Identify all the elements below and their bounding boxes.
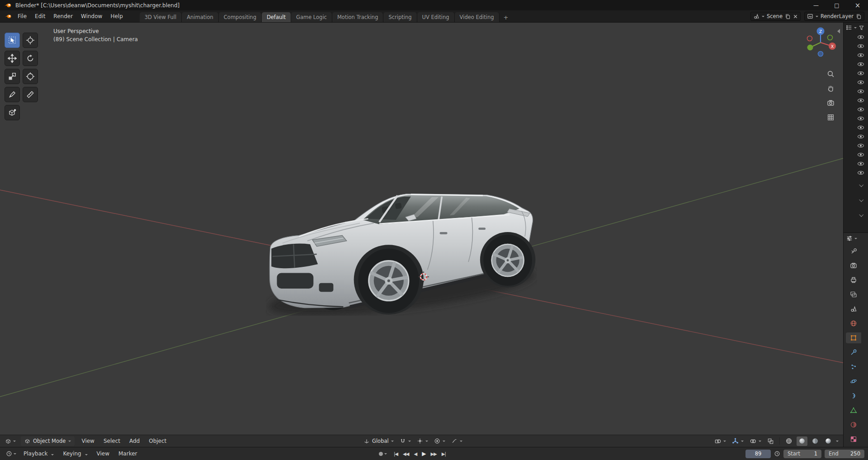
navigation-gizmo[interactable]: Z X xyxy=(804,26,837,59)
properties-tab-modifiers[interactable] xyxy=(846,347,861,358)
properties-editor-icon[interactable] xyxy=(846,235,853,242)
timeline-menu-view[interactable]: View xyxy=(93,451,113,457)
transform-orientation-dropdown[interactable]: Global xyxy=(362,438,396,444)
shading-caret[interactable] xyxy=(836,441,839,442)
frame-start-field[interactable]: Start 1 xyxy=(783,450,821,458)
timeline-menu-playback[interactable]: Playback xyxy=(19,451,58,457)
frame-end-field[interactable]: End 250 xyxy=(825,450,864,458)
3d-viewport[interactable]: User Perspective (89) Scene Collection |… xyxy=(0,23,843,435)
view-layer-name[interactable]: RenderLayer xyxy=(821,13,854,19)
zoom-button[interactable] xyxy=(825,68,837,80)
view-layer-browse-caret[interactable] xyxy=(816,16,818,17)
play-reverse-button[interactable]: ◀ xyxy=(412,451,419,456)
editor-type-button[interactable] xyxy=(3,438,18,445)
menu-edit[interactable]: Edit xyxy=(31,10,49,22)
workspace-tab-default[interactable]: Default xyxy=(262,12,291,22)
tool-measure[interactable] xyxy=(23,87,38,102)
pan-button[interactable] xyxy=(825,82,837,95)
tool-scale[interactable] xyxy=(5,69,20,84)
keying-set-caret[interactable] xyxy=(384,453,387,455)
play-button[interactable]: ▶ xyxy=(420,451,427,457)
visibility-toggle[interactable] xyxy=(858,114,864,123)
workspace-tab-3d-view-full[interactable]: 3D View Full xyxy=(140,12,182,22)
properties-tab-object[interactable] xyxy=(846,332,861,343)
properties-tab-scene[interactable] xyxy=(846,304,861,314)
visibility-toggle[interactable] xyxy=(858,141,864,150)
scene-name[interactable]: Scene xyxy=(767,13,783,19)
jump-to-end-button[interactable]: ▶| xyxy=(440,451,448,456)
workspace-tab-compositing[interactable]: Compositing xyxy=(219,12,262,22)
unlink-scene-icon[interactable] xyxy=(793,14,798,19)
properties-tab-render[interactable] xyxy=(846,260,861,271)
new-view-layer-icon[interactable] xyxy=(856,14,862,19)
timeline-editor-button[interactable] xyxy=(4,451,19,457)
current-frame-field[interactable]: 89 xyxy=(745,450,771,458)
next-keyframe-button[interactable]: ▶▶ xyxy=(429,451,438,456)
visibility-toggle[interactable] xyxy=(858,33,864,42)
car-model[interactable] xyxy=(266,185,537,316)
sidebar-collapse-arrow[interactable] xyxy=(837,29,840,33)
timeline-menu-marker[interactable]: Marker xyxy=(114,451,141,457)
xray-toggle[interactable] xyxy=(765,438,776,445)
workspace-tab-motion-tracking[interactable]: Motion Tracking xyxy=(332,12,384,22)
view-layer-selector[interactable]: RenderLayer xyxy=(804,12,864,21)
menu-render[interactable]: Render xyxy=(49,10,77,22)
toggle-ortho-button[interactable] xyxy=(825,111,837,123)
auto-keying-record-button[interactable] xyxy=(379,452,383,456)
object-visibility-dropdown[interactable] xyxy=(712,438,728,445)
visibility-toggle[interactable] xyxy=(858,60,864,69)
snap-toggle[interactable] xyxy=(398,438,413,444)
properties-tab-object-data[interactable] xyxy=(846,405,861,416)
visibility-toggle[interactable] xyxy=(858,78,864,87)
tool-move[interactable] xyxy=(5,51,20,66)
visibility-toggle[interactable] xyxy=(858,150,864,159)
properties-tab-physics[interactable] xyxy=(846,376,861,387)
viewport-menu-add[interactable]: Add xyxy=(125,438,144,444)
proportional-edit-toggle[interactable] xyxy=(432,438,447,444)
visibility-toggle[interactable] xyxy=(858,96,864,105)
prev-keyframe-button[interactable]: ◀◀ xyxy=(401,451,410,456)
maximize-button[interactable]: □ xyxy=(826,0,847,10)
visibility-toggle[interactable] xyxy=(858,51,864,60)
blender-menu-button[interactable] xyxy=(3,10,14,22)
workspace-tab-uv-editing[interactable]: UV Editing xyxy=(417,12,455,22)
visibility-toggle[interactable] xyxy=(858,123,864,132)
scene-browse-caret[interactable] xyxy=(762,16,764,17)
properties-tab-constraints[interactable] xyxy=(846,390,861,401)
filter-icon[interactable] xyxy=(859,25,864,31)
visibility-toggle[interactable] xyxy=(858,159,864,168)
tool-cursor[interactable] xyxy=(23,33,38,48)
scene-selector[interactable]: Scene xyxy=(750,12,801,21)
outliner-editor-caret[interactable] xyxy=(854,27,857,28)
close-button[interactable]: × xyxy=(847,0,868,10)
properties-editor-caret[interactable] xyxy=(854,238,857,239)
visibility-toggle[interactable] xyxy=(858,69,864,78)
jump-to-start-button[interactable]: |◀ xyxy=(392,451,400,456)
new-scene-icon[interactable] xyxy=(785,14,791,19)
properties-tab-view-layer[interactable] xyxy=(846,289,861,300)
viewport-menu-view[interactable]: View xyxy=(77,438,98,444)
add-workspace-button[interactable]: + xyxy=(500,12,513,22)
viewport-menu-object[interactable]: Object xyxy=(145,438,170,444)
camera-view-button[interactable] xyxy=(825,97,837,109)
snap-caret[interactable] xyxy=(408,441,411,442)
visibility-toggle[interactable] xyxy=(858,168,864,177)
workspace-tab-video-editing[interactable]: Video Editing xyxy=(455,12,500,22)
visibility-toggle[interactable] xyxy=(858,105,864,114)
tool-add-cube[interactable] xyxy=(5,105,20,120)
workspace-tab-game-logic[interactable]: Game Logic xyxy=(291,12,332,22)
visibility-toggle[interactable] xyxy=(858,87,864,96)
tool-transform[interactable] xyxy=(23,69,38,84)
tool-rotate[interactable] xyxy=(23,51,38,66)
properties-tab-active-tool[interactable] xyxy=(846,246,861,256)
properties-tab-world[interactable] xyxy=(846,318,861,329)
menu-window[interactable]: Window xyxy=(77,10,106,22)
visibility-toggle[interactable] xyxy=(858,42,864,51)
overlays-dropdown[interactable] xyxy=(748,438,763,445)
menu-file[interactable]: File xyxy=(14,10,31,22)
tool-annotate[interactable] xyxy=(5,87,20,102)
collection-expand-toggle[interactable] xyxy=(860,207,864,222)
shading-material-button[interactable] xyxy=(810,436,821,446)
shading-wireframe-button[interactable] xyxy=(783,436,794,446)
tool-select-box[interactable] xyxy=(5,33,20,48)
